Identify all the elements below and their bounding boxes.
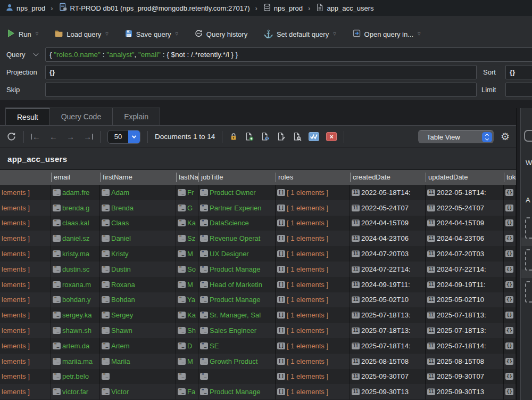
cell-roles[interactable]: [ 1 elements ]: [276, 354, 350, 369]
dropdown-caret-icon[interactable]: [333, 32, 336, 36]
cell-jobTitle[interactable]: Sales Engineer: [198, 323, 276, 338]
cell-updatedDate[interactable]: 2025-07-18T13:: [426, 307, 504, 323]
cell-tokens[interactable]: [504, 200, 516, 216]
load-query-button[interactable]: Load query: [54, 29, 108, 39]
cell-tokens[interactable]: [504, 292, 516, 308]
cell-elements[interactable]: lements ]: [0, 338, 51, 354]
cell-updatedDate[interactable]: 2024-09-19T11:: [426, 277, 504, 292]
cell-updatedDate[interactable]: 2025-07-18T13:: [426, 323, 504, 338]
cell-firstName[interactable]: Adam: [100, 185, 176, 200]
cell-updatedDate[interactable]: 2025-07-18T14:: [426, 338, 504, 354]
right-panel-item[interactable]: [525, 217, 532, 239]
cell-firstName[interactable]: Bohdan: [100, 292, 176, 308]
column-header-createdDate[interactable]: createdDate: [350, 173, 426, 182]
cell-email[interactable]: kristy.ma: [51, 246, 100, 262]
cell-lastName[interactable]: G: [176, 200, 198, 216]
cell-updatedDate[interactable]: 2024-04-23T06: [426, 231, 504, 246]
cell-lastName[interactable]: M: [176, 277, 198, 292]
query-input[interactable]: { "roles.0.name" : "analyst", "email" : …: [45, 47, 532, 62]
breadcrumb-server[interactable]: RT-PROD db01 (nps_prod@mongodb.retently.…: [59, 3, 250, 13]
cell-email[interactable]: artem.da: [51, 338, 100, 354]
cell-createdDate[interactable]: 2024-07-20T03: [350, 246, 426, 262]
cell-roles[interactable]: [ 1 elements ]: [276, 262, 350, 277]
cell-updatedDate[interactable]: 2022-05-18T14:: [426, 185, 504, 200]
cell-roles[interactable]: [ 1 elements ]: [276, 216, 350, 231]
settings-gear-icon[interactable]: [501, 130, 510, 143]
run-button[interactable]: Run: [6, 29, 38, 39]
cell-jobTitle[interactable]: Product Manage: [198, 262, 276, 277]
cell-firstName[interactable]: Brenda: [100, 200, 176, 216]
tab-query-code[interactable]: Query Code: [49, 108, 113, 125]
cell-updatedDate[interactable]: 2025-05-02T10: [426, 292, 504, 308]
cell-tokens[interactable]: [504, 323, 516, 338]
cell-jobTitle[interactable]: Partner Experien: [198, 200, 276, 216]
query-history-button[interactable]: Query history: [194, 29, 247, 39]
cell-roles[interactable]: [ 1 elements ]: [276, 369, 350, 385]
cell-tokens[interactable]: [504, 338, 516, 354]
edit-document-icon[interactable]: [277, 132, 286, 141]
column-header-updatedDate[interactable]: updatedDate: [426, 173, 504, 182]
cell-email[interactable]: claas.kal: [51, 216, 100, 231]
cell-tokens[interactable]: [504, 246, 516, 262]
cell-tokens[interactable]: [504, 369, 516, 385]
column-header-roles[interactable]: roles: [276, 173, 350, 182]
sort-input[interactable]: {}: [505, 65, 532, 79]
cell-roles[interactable]: [ 1 elements ]: [276, 292, 350, 308]
cell-elements[interactable]: lements ]: [0, 369, 51, 385]
cell-elements[interactable]: lements ]: [0, 262, 51, 277]
cell-createdDate[interactable]: 2022-05-18T14:: [350, 185, 426, 200]
cell-jobTitle[interactable]: UX Designer: [198, 246, 276, 262]
lock-icon[interactable]: [229, 132, 238, 141]
cell-firstName[interactable]: Shawn: [100, 323, 176, 338]
prev-page-icon[interactable]: ←: [49, 132, 57, 141]
cell-jobTitle[interactable]: Product Manage: [198, 292, 276, 308]
cell-roles[interactable]: [ 1 elements ]: [276, 277, 350, 292]
open-query-in-button[interactable]: Open query in...: [352, 29, 421, 39]
first-page-icon[interactable]: ←: [31, 132, 40, 141]
tab-result[interactable]: Result: [5, 108, 50, 125]
column-header-firstName[interactable]: firstName: [100, 173, 176, 182]
breadcrumb-database[interactable]: nps_prod: [263, 3, 303, 13]
cell-updatedDate[interactable]: 2024-07-22T14:: [426, 262, 504, 277]
cell-tokens[interactable]: [504, 216, 516, 231]
cell-lastName[interactable]: Ka: [176, 216, 198, 231]
cell-roles[interactable]: [ 1 elements ]: [276, 231, 350, 246]
view-mode-select[interactable]: Table View: [418, 130, 494, 143]
column-header-email[interactable]: email: [51, 173, 100, 182]
cell-firstName[interactable]: Dustin: [100, 262, 176, 277]
breadcrumb-connection[interactable]: nps_prod: [5, 3, 45, 13]
cell-elements[interactable]: lements ]: [0, 323, 51, 338]
cell-tokens[interactable]: [504, 384, 516, 399]
projection-input[interactable]: {}: [45, 65, 477, 79]
cell-updatedDate[interactable]: 2025-09-30T07: [426, 369, 504, 385]
cell-elements[interactable]: lements ]: [0, 231, 51, 246]
apply-all-icon[interactable]: [309, 132, 319, 141]
cell-tokens[interactable]: [504, 354, 516, 369]
dropdown-caret-icon[interactable]: [105, 32, 108, 36]
cell-roles[interactable]: [ 1 elements ]: [276, 307, 350, 323]
cell-email[interactable]: roxana.m: [51, 277, 100, 292]
right-panel-item[interactable]: [525, 249, 532, 271]
cell-roles[interactable]: [ 1 elements ]: [276, 185, 350, 200]
cell-firstName[interactable]: Victor: [100, 384, 176, 399]
query-collapse-icon[interactable]: [34, 51, 39, 56]
cell-createdDate[interactable]: 2025-07-18T13:: [350, 323, 426, 338]
cell-roles[interactable]: [ 1 elements ]: [276, 246, 350, 262]
cell-lastName[interactable]: Fa: [176, 384, 198, 399]
cell-roles[interactable]: [ 1 elements ]: [276, 200, 350, 216]
cell-email[interactable]: adam.fre: [51, 185, 100, 200]
cell-jobTitle[interactable]: SE: [198, 338, 276, 354]
cell-email[interactable]: shawn.sh: [51, 323, 100, 338]
limit-input[interactable]: [505, 83, 532, 97]
cell-email[interactable]: brenda.g: [51, 200, 100, 216]
cell-jobTitle[interactable]: DataScience: [198, 216, 276, 231]
cell-roles[interactable]: [ 1 elements ]: [276, 384, 350, 399]
column-header-jobTitle[interactable]: jobTitle: [198, 173, 276, 182]
cell-tokens[interactable]: [504, 262, 516, 277]
cell-createdDate[interactable]: 2025-07-18T14:: [350, 338, 426, 354]
cell-updatedDate[interactable]: 2024-04-15T09: [426, 216, 504, 231]
column-header-tokens[interactable]: tokens: [504, 173, 516, 182]
refresh-icon[interactable]: [6, 132, 16, 142]
cell-elements[interactable]: lements ]: [0, 185, 51, 200]
cell-elements[interactable]: lements ]: [0, 216, 51, 231]
